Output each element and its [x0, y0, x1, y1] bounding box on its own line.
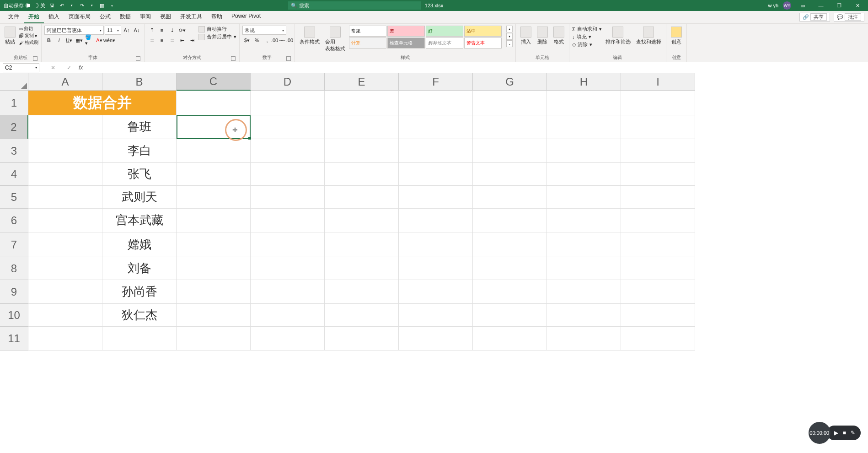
autosave-toggle[interactable]: 自动保存 关: [4, 2, 45, 9]
undo-dropdown-icon[interactable]: ▾: [68, 2, 75, 9]
cell-I9[interactable]: [621, 280, 695, 304]
clear-button[interactable]: ◇清除 ▾: [572, 41, 602, 48]
cell-C5[interactable]: [177, 186, 251, 209]
redo-icon[interactable]: ↷: [78, 2, 86, 9]
cell-style-适中[interactable]: 适中: [464, 26, 502, 37]
cell-merged-title[interactable]: 数据合并: [28, 91, 177, 115]
cell-C1[interactable]: [177, 91, 251, 115]
tab-页面布局[interactable]: 页面布局: [64, 11, 95, 23]
column-header-H[interactable]: H: [547, 73, 621, 91]
number-format-combo[interactable]: 常规▾: [242, 26, 286, 35]
edit-recording-icon[interactable]: ✎: [851, 430, 855, 436]
merge-center-button[interactable]: 合并后居中 ▾: [198, 33, 236, 40]
cell-D4[interactable]: [251, 163, 325, 186]
column-header-B[interactable]: B: [102, 73, 177, 91]
tab-公式[interactable]: 公式: [95, 11, 115, 23]
cell-I1[interactable]: [621, 91, 695, 115]
styles-more[interactable]: ⌄: [506, 40, 513, 47]
tab-审阅[interactable]: 审阅: [135, 11, 155, 23]
align-middle-icon[interactable]: ≡: [157, 26, 166, 35]
format-as-table-button[interactable]: 套用 表格格式: [323, 26, 347, 53]
cell-G7[interactable]: [473, 232, 547, 257]
cell-A2[interactable]: [28, 115, 102, 139]
cell-A4[interactable]: [28, 163, 102, 186]
cell-B9[interactable]: 孙尚香: [102, 280, 177, 304]
cell-D1[interactable]: [251, 91, 325, 115]
cell-A6[interactable]: [28, 209, 102, 232]
cell-H3[interactable]: [547, 139, 621, 163]
cell-C9[interactable]: [177, 280, 251, 304]
number-launcher[interactable]: [286, 56, 291, 61]
cell-F4[interactable]: [399, 163, 473, 186]
cell-G9[interactable]: [473, 280, 547, 304]
cell-H5[interactable]: [547, 186, 621, 209]
cell-D6[interactable]: [251, 209, 325, 232]
cell-F2[interactable]: [399, 115, 473, 139]
tab-数据[interactable]: 数据: [115, 11, 135, 23]
fill-button[interactable]: ↓填充 ▾: [572, 33, 602, 40]
enter-formula-icon[interactable]: ✓: [67, 65, 71, 71]
fx-icon[interactable]: fx: [79, 65, 83, 71]
cell-G2[interactable]: [473, 115, 547, 139]
cell-I8[interactable]: [621, 257, 695, 280]
cell-D2[interactable]: [251, 115, 325, 139]
cell-style-好[interactable]: 好: [426, 26, 463, 37]
cell-H11[interactable]: [547, 327, 621, 351]
select-all-corner[interactable]: [0, 73, 28, 91]
share-button[interactable]: 🔗 共享: [799, 13, 830, 22]
clipboard-launcher[interactable]: [33, 56, 38, 61]
cell-E6[interactable]: [325, 209, 399, 232]
fill-color-button[interactable]: 🪣▾: [85, 36, 94, 45]
cell-C10[interactable]: [177, 304, 251, 327]
cell-I5[interactable]: [621, 186, 695, 209]
cell-H1[interactable]: [547, 91, 621, 115]
increase-indent-icon[interactable]: ⇥: [188, 36, 197, 45]
column-header-D[interactable]: D: [251, 73, 325, 91]
cell-E11[interactable]: [325, 327, 399, 351]
cell-E4[interactable]: [325, 163, 399, 186]
cell-G8[interactable]: [473, 257, 547, 280]
qat-customize-icon[interactable]: ▿: [108, 2, 116, 9]
cell-G10[interactable]: [473, 304, 547, 327]
cell-style-警告文本[interactable]: 警告文本: [464, 38, 502, 49]
cut-button[interactable]: ✂ 剪切: [19, 26, 38, 32]
orientation-icon[interactable]: ⟳▾: [177, 26, 187, 35]
cell-G4[interactable]: [473, 163, 547, 186]
cell-C8[interactable]: [177, 257, 251, 280]
cell-E9[interactable]: [325, 280, 399, 304]
cell-B11[interactable]: [102, 327, 177, 351]
tab-帮助[interactable]: 帮助: [207, 11, 227, 23]
maximize-icon[interactable]: ❐: [832, 0, 846, 11]
ideas-button[interactable]: 创意: [669, 26, 684, 46]
cell-F5[interactable]: [399, 186, 473, 209]
comma-icon[interactable]: ,: [263, 36, 272, 45]
cell-F1[interactable]: [399, 91, 473, 115]
format-painter-button[interactable]: 🖌 格式刷: [19, 39, 38, 46]
row-header-7[interactable]: 7: [0, 232, 28, 257]
cell-E8[interactable]: [325, 257, 399, 280]
cell-I2[interactable]: [621, 115, 695, 139]
bold-button[interactable]: B: [44, 36, 54, 45]
row-header-1[interactable]: 1: [0, 91, 28, 115]
column-header-G[interactable]: G: [473, 73, 547, 91]
cell-C3[interactable]: [177, 139, 251, 163]
cell-F7[interactable]: [399, 232, 473, 257]
redo-dropdown-icon[interactable]: ▾: [88, 2, 96, 9]
format-cells-button[interactable]: 格式: [552, 26, 566, 46]
close-icon[interactable]: ✕: [851, 0, 864, 11]
cell-I3[interactable]: [621, 139, 695, 163]
percent-icon[interactable]: %: [252, 36, 262, 45]
cell-A11[interactable]: [28, 327, 102, 351]
fill-handle[interactable]: [248, 137, 251, 140]
underline-button[interactable]: U▾: [64, 36, 74, 45]
font-color-button[interactable]: A▾: [95, 36, 104, 45]
minimize-icon[interactable]: —: [814, 0, 828, 11]
tab-开发工具[interactable]: 开发工具: [176, 11, 207, 23]
avatar[interactable]: WY: [783, 1, 791, 10]
align-left-icon[interactable]: ≣: [147, 36, 156, 45]
align-top-icon[interactable]: ⤒: [147, 26, 156, 35]
conditional-format-button[interactable]: 条件格式: [298, 26, 321, 46]
cell-I7[interactable]: [621, 232, 695, 257]
phonetic-button[interactable]: wén▾: [105, 36, 114, 45]
row-header-11[interactable]: 11: [0, 327, 28, 351]
